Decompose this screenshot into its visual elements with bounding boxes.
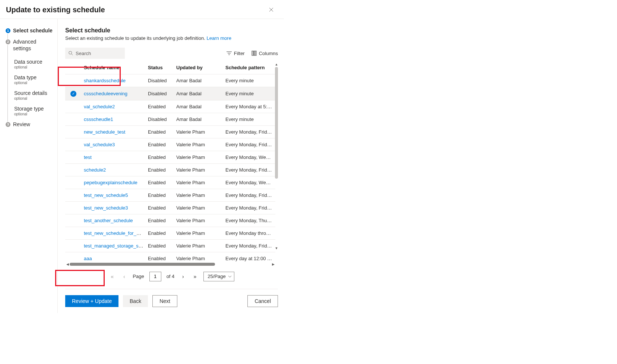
th-updated-by[interactable]: Updated by [174, 61, 223, 74]
row-select-cell[interactable] [65, 201, 82, 214]
substep-optional: optional [14, 81, 54, 85]
page-last-icon[interactable]: » [192, 274, 198, 280]
panel-title: Update to existing schedule [6, 6, 105, 14]
step-advanced-settings[interactable]: 2 Advanced settings Data source optional… [6, 38, 54, 116]
step-label: Review [13, 121, 54, 128]
table-row[interactable]: aaaEnabledValerie PhamEvery day at 12:00… [65, 252, 275, 261]
row-select-cell[interactable] [65, 227, 82, 239]
updated-by-cell: Amar Badal [174, 87, 223, 100]
table-row[interactable]: test_new_schedule_for_manage...EnabledVa… [65, 227, 275, 239]
status-cell: Enabled [146, 189, 174, 201]
schedule-name-link[interactable]: cssscheudle1 [84, 116, 113, 122]
schedule-name-link[interactable]: val_schedule2 [84, 104, 115, 109]
scroll-down-arrow[interactable]: ▼ [275, 246, 278, 250]
table-row[interactable]: testEnabledValerie PhamEvery Monday, Wed… [65, 151, 275, 163]
search-box[interactable] [65, 48, 125, 59]
schedule-pattern-cell: Every Monday, Wednesday, [223, 176, 275, 189]
schedule-name-link[interactable]: shankardsschedule [84, 78, 126, 83]
status-cell: Enabled [146, 151, 174, 163]
row-select-cell[interactable] [65, 189, 82, 201]
scroll-up-arrow[interactable]: ▲ [275, 63, 278, 66]
table-row[interactable]: schedule2EnabledValerie PhamEvery Monday… [65, 163, 275, 176]
row-select-cell[interactable] [65, 239, 82, 252]
substep-source-details[interactable]: Source details optional [13, 90, 54, 101]
table-row[interactable]: shankardsscheduleDisabledAmar BadalEvery… [65, 74, 275, 87]
schedule-name-link[interactable]: schedule2 [84, 167, 106, 173]
table-row[interactable]: test_another_scheduleEnabledValerie Pham… [65, 214, 275, 227]
columns-button[interactable]: Columns [251, 51, 278, 56]
page-input[interactable] [149, 272, 161, 281]
row-select-cell[interactable] [65, 100, 82, 113]
updated-by-cell: Valerie Pham [174, 125, 223, 138]
scroll-left-arrow[interactable]: ◀ [65, 262, 70, 266]
schedule-name-link[interactable]: test_new_schedule3 [84, 205, 128, 211]
row-select-cell[interactable] [65, 252, 82, 261]
row-select-cell[interactable] [65, 163, 82, 176]
step-review[interactable]: 3 Review [6, 121, 54, 128]
substep-label: Storage type [14, 105, 54, 112]
vertical-scrollbar-thumb[interactable] [275, 67, 278, 179]
updated-by-cell: Valerie Pham [174, 239, 223, 252]
substep-data-type[interactable]: Data type optional [13, 74, 54, 85]
close-icon[interactable] [267, 5, 276, 14]
th-schedule-name[interactable]: Schedule name [82, 61, 146, 74]
table-row[interactable]: cssscheudle1DisabledAmar BadalEvery minu… [65, 113, 275, 125]
table-row[interactable]: ✓cssscheduleeveningDisabledAmar BadalEve… [65, 87, 275, 100]
schedule-name-link[interactable]: test [84, 154, 92, 160]
schedule-name-link[interactable]: pepebugexplainschedule [84, 180, 137, 185]
updated-by-cell: Valerie Pham [174, 214, 223, 227]
table-row[interactable]: test_new_schedule5EnabledValerie PhamEve… [65, 189, 275, 201]
row-select-cell[interactable] [65, 113, 82, 125]
status-cell: Enabled [146, 252, 174, 261]
row-select-cell[interactable] [65, 214, 82, 227]
cancel-button[interactable]: Cancel [247, 295, 278, 307]
page-first-icon[interactable]: « [109, 274, 116, 280]
schedule-table: Schedule name Status Updated by Schedule… [65, 61, 275, 261]
horizontal-scrollbar-track[interactable] [70, 263, 271, 266]
row-select-cell[interactable] [65, 176, 82, 189]
review-update-button[interactable]: Review + Update [65, 295, 118, 307]
schedule-name-link[interactable]: cssscheduleevening [84, 91, 127, 96]
schedule-name-link[interactable]: test_new_schedule5 [84, 192, 128, 198]
table-row[interactable]: test_new_schedule3EnabledValerie PhamEve… [65, 201, 275, 214]
row-select-cell[interactable] [65, 138, 82, 151]
scroll-right-arrow[interactable]: ▶ [271, 262, 275, 266]
row-select-cell[interactable] [65, 151, 82, 163]
th-schedule-pattern[interactable]: Schedule pattern [223, 61, 275, 74]
back-button[interactable]: Back [123, 295, 148, 307]
stepper: 1 Select schedule 2 Advanced settings Da… [0, 19, 58, 313]
page-size-select[interactable]: 25/Page [203, 272, 234, 281]
row-select-cell[interactable]: ✓ [65, 87, 82, 100]
row-select-cell[interactable] [65, 74, 82, 87]
status-cell: Enabled [146, 163, 174, 176]
table-row[interactable]: val_schedule3EnabledValerie PhamEvery Mo… [65, 138, 275, 151]
table-row[interactable]: val_schedule2EnabledAmar BadalEvery Mond… [65, 100, 275, 113]
substep-optional: optional [14, 112, 54, 116]
updated-by-cell: Valerie Pham [174, 227, 223, 239]
th-status[interactable]: Status [146, 61, 174, 74]
page-prev-icon[interactable]: ‹ [121, 274, 127, 280]
table-row[interactable]: pepebugexplainscheduleEnabledValerie Pha… [65, 176, 275, 189]
table-row[interactable]: test_managed_storage_scheduleEnabledVale… [65, 239, 275, 252]
schedule-name-link[interactable]: aaa [84, 256, 92, 261]
schedule-name-link[interactable]: val_schedule3 [84, 142, 115, 147]
schedule-name-link[interactable]: test_another_schedule [84, 218, 133, 223]
svg-rect-7 [255, 51, 256, 55]
schedule-name-link[interactable]: test_managed_storage_schedule [84, 243, 146, 249]
row-select-cell[interactable] [65, 125, 82, 138]
horizontal-scrollbar-thumb[interactable] [70, 263, 215, 266]
table-row[interactable]: new_schedule_testEnabledValerie PhamEver… [65, 125, 275, 138]
substep-storage-type[interactable]: Storage type optional [13, 105, 54, 116]
search-input[interactable] [76, 51, 117, 56]
svg-rect-6 [253, 51, 254, 55]
filter-button[interactable]: Filter [227, 51, 245, 56]
schedule-name-link[interactable]: new_schedule_test [84, 129, 125, 135]
next-button[interactable]: Next [152, 295, 177, 307]
learn-more-link[interactable]: Learn more [206, 35, 231, 41]
step-select-schedule[interactable]: 1 Select schedule [6, 27, 54, 34]
updated-by-cell: Valerie Pham [174, 176, 223, 189]
substep-data-source[interactable]: Data source optional [13, 58, 54, 70]
page-next-icon[interactable]: › [180, 274, 186, 280]
schedule-name-link[interactable]: test_new_schedule_for_manage... [84, 230, 146, 236]
svg-rect-5 [252, 51, 253, 55]
